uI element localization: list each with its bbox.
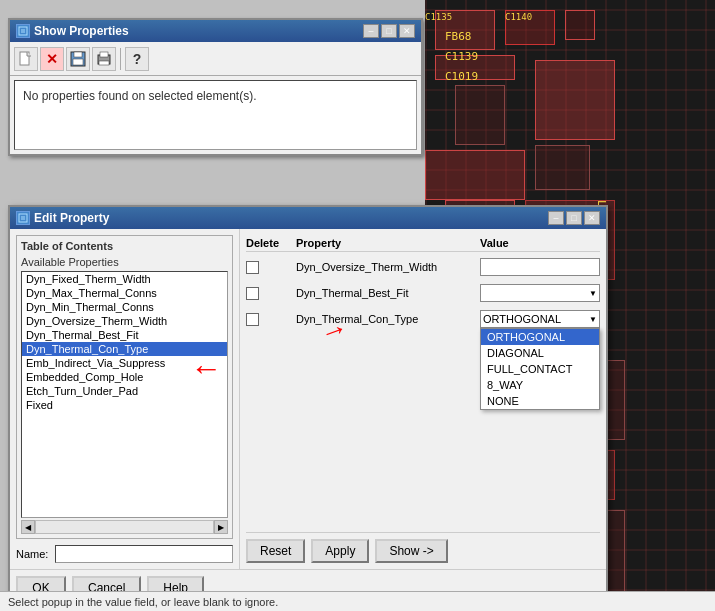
select-con-type-arrow-icon: ▼ <box>589 315 597 324</box>
name-row: Name: <box>16 545 233 563</box>
ep-restore-button[interactable]: □ <box>566 211 582 225</box>
svg-rect-10 <box>19 214 27 222</box>
available-properties-label: Available Properties <box>21 256 228 268</box>
properties-list: Dyn_Fixed_Therm_Width Dyn_Max_Thermal_Co… <box>22 272 227 517</box>
reset-button[interactable]: Reset <box>246 539 305 563</box>
status-bar: Select popup in the value field, or leav… <box>0 591 715 611</box>
list-item[interactable]: Fixed <box>22 398 227 412</box>
property-row: Dyn_Oversize_Therm_Width <box>246 256 600 278</box>
list-item[interactable]: Dyn_Max_Thermal_Conns <box>22 286 227 300</box>
list-item[interactable]: Dyn_Thermal_Best_Fit <box>22 328 227 342</box>
property-value-cell: ORTHOGONAL ▼ ORTHOGONAL DIAGONAL FULL_CO… <box>480 310 600 328</box>
new-button[interactable] <box>14 47 38 71</box>
property-column-header: Property <box>296 237 480 249</box>
list-item[interactable]: Dyn_Min_Thermal_Conns <box>22 300 227 314</box>
toolbar-separator <box>120 48 121 70</box>
properties-rows: Dyn_Oversize_Therm_Width Dyn_Thermal_Bes… <box>246 256 600 532</box>
property-row: Dyn_Thermal_Best_Fit ▼ <box>246 282 600 304</box>
dropdown-item-orthogonal[interactable]: ORTHOGONAL <box>481 329 599 345</box>
show-properties-title: Show Properties <box>34 24 129 38</box>
print-button[interactable] <box>92 47 116 71</box>
edit-property-icon <box>16 211 30 225</box>
svg-rect-9 <box>99 61 109 65</box>
edit-property-dialog: Edit Property – □ ✕ Table of Contents Av… <box>8 205 608 608</box>
svg-rect-6 <box>73 59 83 65</box>
delete-checkbox[interactable] <box>246 261 259 274</box>
edit-property-title: Edit Property <box>34 211 109 225</box>
value-select-wrapper: ▼ <box>480 284 600 302</box>
scroll-left-arrow[interactable]: ◀ <box>21 520 35 534</box>
property-value-cell: ▼ <box>480 284 600 302</box>
value-select[interactable]: ▼ <box>480 284 600 302</box>
property-name-cell: Dyn_Thermal_Best_Fit <box>296 287 480 299</box>
property-value-input[interactable] <box>480 258 600 276</box>
scroll-right-arrow[interactable]: ▶ <box>214 520 228 534</box>
toc-panel: Table of Contents Available Properties D… <box>10 229 240 569</box>
list-item[interactable]: Dyn_Fixed_Therm_Width <box>22 272 227 286</box>
pcb-label-c1139: C1139 <box>445 50 478 63</box>
delete-cell <box>246 261 296 274</box>
property-name-cell: Dyn_Oversize_Therm_Width <box>296 261 480 273</box>
properties-header: Delete Property Value <box>246 235 600 252</box>
dropdown-item-none[interactable]: NONE <box>481 393 599 409</box>
status-text: Select popup in the value field, or leav… <box>8 596 278 608</box>
toc-group: Table of Contents Available Properties D… <box>16 235 233 539</box>
name-label: Name: <box>16 548 51 560</box>
edit-property-controls: – □ ✕ <box>548 211 600 225</box>
svg-rect-5 <box>74 52 82 57</box>
delete-checkbox[interactable] <box>246 287 259 300</box>
dropdown-item-8way[interactable]: 8_WAY <box>481 377 599 393</box>
list-item[interactable]: Dyn_Oversize_Therm_Width <box>22 314 227 328</box>
show-properties-controls: – □ ✕ <box>363 24 415 38</box>
pcb-label-c1140: C1140 <box>505 12 532 22</box>
horizontal-scrollbar[interactable] <box>35 520 214 534</box>
list-item[interactable]: Emb_Indirect_Via_Suppress <box>22 356 227 370</box>
dropdown-item-diagonal[interactable]: DIAGONAL <box>481 345 599 361</box>
properties-listbox[interactable]: Dyn_Fixed_Therm_Width Dyn_Max_Thermal_Co… <box>21 271 228 518</box>
edit-property-titlebar: Edit Property – □ ✕ <box>10 207 606 229</box>
list-item[interactable]: Embedded_Comp_Hole <box>22 370 227 384</box>
name-input[interactable] <box>55 545 233 563</box>
show-properties-content: No properties found on selected element(… <box>14 80 417 150</box>
no-properties-text: No properties found on selected element(… <box>23 89 408 103</box>
pcb-label-c1135: C1135 <box>425 12 452 22</box>
delete-button[interactable]: ✕ <box>40 47 64 71</box>
select-value-text: ORTHOGONAL <box>483 313 561 325</box>
dropdown-menu: ORTHOGONAL DIAGONAL FULL_CONTACT 8_WAY N… <box>480 328 600 410</box>
right-bottom-buttons: Reset Apply Show -> <box>246 532 600 563</box>
pcb-label-c1019: C1019 <box>445 70 478 83</box>
apply-button[interactable]: Apply <box>311 539 369 563</box>
properties-panel: Delete Property Value Dyn_Oversize_Therm… <box>240 229 606 569</box>
show-properties-icon <box>16 24 30 38</box>
help-button[interactable]: ? <box>125 47 149 71</box>
restore-button[interactable]: □ <box>381 24 397 38</box>
show-properties-titlebar: Show Properties – □ ✕ <box>10 20 421 42</box>
value-select-con-type[interactable]: ORTHOGONAL ▼ <box>480 310 600 328</box>
value-column-header: Value <box>480 237 600 249</box>
dialog-body: Table of Contents Available Properties D… <box>10 229 606 569</box>
delete-column-header: Delete <box>246 237 296 249</box>
list-item-selected[interactable]: Dyn_Thermal_Con_Type <box>22 342 227 356</box>
close-button[interactable]: ✕ <box>399 24 415 38</box>
svg-rect-0 <box>19 27 27 35</box>
show-properties-window: Show Properties – □ ✕ ✕ ? No properties … <box>8 18 423 156</box>
pcb-label-fb68: FB68 <box>445 30 472 43</box>
delete-cell <box>246 313 296 326</box>
minimize-button[interactable]: – <box>363 24 379 38</box>
toc-group-label: Table of Contents <box>21 240 228 252</box>
ep-minimize-button[interactable]: – <box>548 211 564 225</box>
property-value-cell <box>480 258 600 276</box>
show-button[interactable]: Show -> <box>375 539 447 563</box>
save-button[interactable] <box>66 47 90 71</box>
delete-cell <box>246 287 296 300</box>
svg-rect-8 <box>100 52 108 57</box>
show-properties-toolbar: ✕ ? <box>10 42 421 76</box>
delete-checkbox[interactable] <box>246 313 259 326</box>
horizontal-scrollbar-area: ◀ ▶ <box>21 520 228 534</box>
ep-close-button[interactable]: ✕ <box>584 211 600 225</box>
select-arrow-icon: ▼ <box>589 289 597 298</box>
property-name-cell: Dyn_Thermal_Con_Type <box>296 313 480 325</box>
dropdown-item-full-contact[interactable]: FULL_CONTACT <box>481 361 599 377</box>
list-item[interactable]: Etch_Turn_Under_Pad <box>22 384 227 398</box>
property-row: Dyn_Thermal_Con_Type ORTHOGONAL ▼ ORTHOG… <box>246 308 600 330</box>
